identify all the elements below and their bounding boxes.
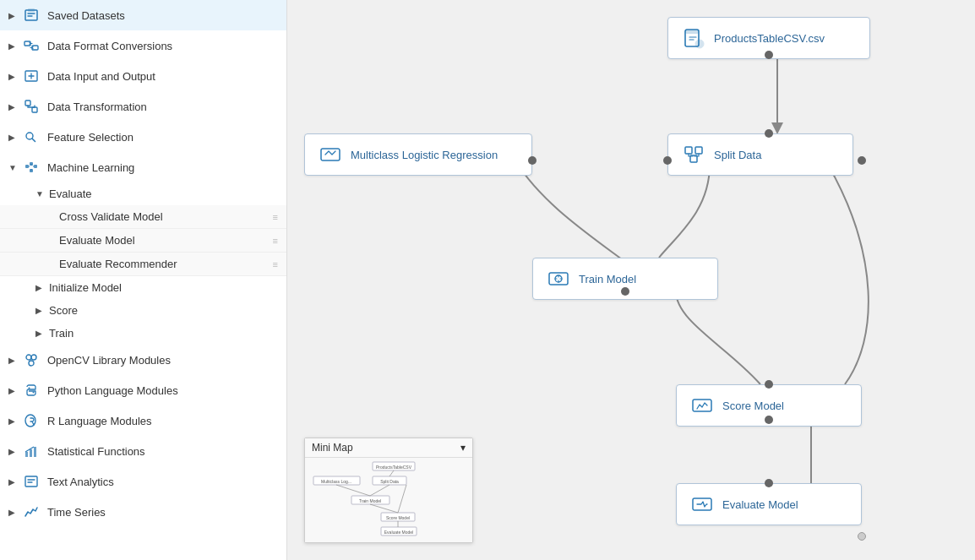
- svg-rect-32: [693, 400, 711, 411]
- text-analytics-icon: [22, 472, 41, 491]
- svg-rect-27: [695, 147, 702, 154]
- canvas-area: ProductsTableCSV.csv Split Data Multicla…: [287, 0, 975, 560]
- svg-rect-29: [321, 149, 340, 160]
- node-label-products-csv: ProductsTableCSV.csv: [714, 32, 825, 45]
- expand-arrow-evaluate: ▼: [35, 189, 47, 198]
- machine-learning-label: Machine Learning: [47, 161, 278, 174]
- minimap-body: ProductsTableCSV Split Data Multiclass L…: [305, 458, 472, 542]
- svg-rect-8: [25, 165, 29, 168]
- feature-selection-label: Feature Selection: [47, 131, 278, 144]
- time-series-icon: [22, 503, 41, 521]
- svg-rect-20: [34, 447, 36, 457]
- dot-score-bottom: [765, 416, 773, 424]
- sidebar-item-saved-datasets[interactable]: ▶ Saved Datasets: [0, 0, 286, 30]
- expand-arrow-r: ▶: [8, 416, 20, 426]
- sidebar-item-cross-validate-model[interactable]: Cross Validate Model ≡: [0, 205, 286, 229]
- minimap-header[interactable]: Mini Map ▾: [305, 438, 472, 458]
- initialize-model-label: Initialize Model: [49, 281, 122, 294]
- svg-text:Score Model: Score Model: [386, 515, 410, 520]
- dot-evaluate-top: [765, 479, 773, 487]
- svg-rect-33: [693, 498, 711, 510]
- opencv-icon: [22, 351, 41, 369]
- data-transformation-label: Data Transformation: [47, 101, 278, 113]
- expand-arrow-dfc: ▶: [8, 41, 20, 51]
- svg-rect-6: [32, 107, 37, 112]
- data-input-output-label: Data Input and Output: [47, 70, 278, 83]
- svg-text:Multiclass Log...: Multiclass Log...: [321, 479, 351, 484]
- expand-arrow-train: ▶: [35, 329, 47, 338]
- evaluate-recommender-label: Evaluate Recommender: [59, 258, 177, 270]
- svg-rect-18: [25, 452, 28, 457]
- sidebar-item-train[interactable]: ▶ Train: [0, 322, 286, 345]
- node-icon-evaluate-model: [690, 492, 714, 516]
- expand-arrow-stats: ▶: [8, 447, 20, 456]
- node-icon-split-data: [682, 143, 705, 166]
- time-series-label: Time Series: [47, 506, 278, 519]
- svg-point-13: [31, 355, 36, 360]
- sidebar-item-data-input-output[interactable]: ▶ Data Input and Output: [0, 61, 286, 91]
- svg-line-50: [370, 504, 398, 513]
- node-icon-score-model: [690, 394, 714, 417]
- saved-datasets-icon: [22, 6, 41, 24]
- r-language-label: R Language Modules: [47, 415, 278, 427]
- svg-rect-19: [30, 449, 32, 457]
- svg-rect-24: [685, 30, 699, 34]
- saved-datasets-label: Saved Datasets: [47, 9, 278, 22]
- minimap-chevron[interactable]: ▾: [460, 442, 466, 454]
- sidebar-item-feature-selection[interactable]: ▶ Feature Selection: [0, 122, 286, 152]
- data-input-output-icon: [22, 67, 41, 85]
- sidebar-item-text-analytics[interactable]: ▶ Text Analytics: [0, 466, 286, 497]
- dot-split-data-top: [765, 129, 773, 138]
- svg-point-12: [26, 355, 31, 360]
- svg-line-47: [336, 485, 370, 496]
- sidebar-item-statistical-functions[interactable]: ▶ Statistical Functions: [0, 436, 286, 466]
- sidebar-item-evaluate-recommender[interactable]: Evaluate Recommender ≡: [0, 253, 286, 276]
- svg-rect-21: [25, 476, 37, 487]
- svg-line-49: [398, 485, 406, 513]
- expand-arrow-opencv: ▶: [8, 356, 20, 365]
- svg-line-46: [389, 470, 394, 476]
- svg-rect-1: [28, 8, 35, 12]
- sidebar-item-machine-learning[interactable]: ▼ Machine Learning: [0, 152, 286, 182]
- sidebar-item-r-language[interactable]: ▶ R Language Modules: [0, 405, 286, 436]
- drag-handle-evaluate-model: ≡: [273, 236, 278, 246]
- statistical-functions-icon: [22, 442, 41, 460]
- svg-rect-26: [685, 147, 692, 154]
- svg-point-15: [29, 388, 30, 389]
- dot-evaluate-bottom-right: [858, 532, 866, 541]
- machine-learning-icon: [22, 158, 41, 177]
- python-icon: [22, 381, 41, 400]
- node-icon-multiclass-lr: [319, 143, 342, 166]
- expand-arrow-ts: ▶: [8, 508, 20, 517]
- sidebar-item-initialize-model[interactable]: ▶ Initialize Model: [0, 276, 286, 299]
- expand-arrow-text: ▶: [8, 477, 20, 487]
- drag-handle-cross-validate: ≡: [273, 212, 278, 222]
- dot-split-data-left: [663, 156, 672, 165]
- text-analytics-label: Text Analytics: [47, 476, 278, 488]
- sidebar-item-data-format-conversions[interactable]: ▶ Data Format Conversions: [0, 30, 286, 61]
- svg-point-14: [29, 361, 34, 366]
- dot-mlr-right: [528, 156, 537, 165]
- node-evaluate-model[interactable]: Evaluate Model: [676, 483, 862, 525]
- node-multiclass-lr[interactable]: Multiclass Logistic Regression: [304, 133, 532, 176]
- sidebar: ▶ Saved Datasets ▶ Data Format Conversio…: [0, 0, 287, 560]
- svg-rect-2: [25, 41, 30, 46]
- evaluate-model-label: Evaluate Model: [59, 234, 135, 247]
- node-split-data[interactable]: Split Data: [667, 133, 853, 176]
- svg-point-16: [33, 392, 35, 394]
- svg-rect-3: [32, 46, 38, 50]
- svg-text:Train Model: Train Model: [359, 498, 381, 503]
- r-language-icon: [22, 411, 41, 430]
- sidebar-item-data-transformation[interactable]: ▶ Data Transformation: [0, 91, 286, 122]
- sidebar-item-score[interactable]: ▶ Score: [0, 299, 286, 322]
- sidebar-item-time-series[interactable]: ▶ Time Series: [0, 497, 286, 527]
- sidebar-item-opencv[interactable]: ▶ OpenCV Library Modules: [0, 345, 286, 375]
- expand-arrow-dt: ▶: [8, 102, 20, 111]
- sidebar-item-python[interactable]: ▶ Python Language Modules: [0, 375, 286, 405]
- sidebar-item-evaluate[interactable]: ▼ Evaluate: [0, 182, 286, 205]
- opencv-label: OpenCV Library Modules: [47, 354, 278, 367]
- expand-arrow: ▶: [8, 11, 20, 20]
- sidebar-item-evaluate-model[interactable]: Evaluate Model ≡: [0, 229, 286, 253]
- statistical-functions-label: Statistical Functions: [47, 445, 278, 458]
- expand-arrow-dio: ▶: [8, 72, 20, 81]
